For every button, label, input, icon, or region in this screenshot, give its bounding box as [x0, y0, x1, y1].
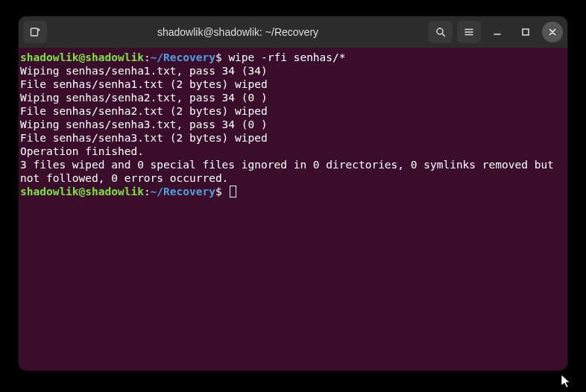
output-line: Wiping senhas/senha1.txt, pass 34 (34) — [20, 64, 566, 78]
prompt-user: shadowlik@shadowlik — [20, 186, 144, 197]
new-tab-icon — [29, 26, 41, 38]
prompt-colon: : — [144, 51, 151, 63]
prompt-path: ~/Recovery — [151, 51, 215, 63]
svg-rect-0 — [31, 28, 38, 36]
prompt-user: shadowlik@shadowlik — [20, 51, 144, 63]
prompt-colon: : — [144, 186, 151, 197]
mouse-pointer-icon — [561, 374, 573, 389]
close-icon — [548, 28, 557, 37]
menu-icon — [463, 26, 475, 38]
terminal-window: shadowlik@shadowlik: ~/Recovery — [19, 16, 567, 370]
output-line: File senhas/senha3.txt (2 bytes) wiped — [20, 131, 566, 145]
output-line: File senhas/senha2.txt (2 bytes) wiped — [20, 104, 566, 118]
prompt-line-1: shadowlik@shadowlik:~/Recovery$ wipe -rf… — [20, 51, 566, 64]
output-line: 3 files wiped and 0 special files ignore… — [20, 158, 566, 185]
window-title: shadowlik@shadowlik: ~/Recovery — [51, 26, 424, 38]
prompt-line-2: shadowlik@shadowlik:~/Recovery$ — [20, 185, 566, 198]
search-icon — [435, 26, 447, 38]
output-line: Operation finished. — [20, 145, 566, 158]
close-button[interactable] — [542, 22, 563, 42]
prompt-symbol: $ — [215, 186, 222, 197]
menu-button[interactable] — [457, 21, 481, 43]
output-line: File senhas/senha1.txt (2 bytes) wiped — [20, 78, 566, 91]
maximize-icon — [520, 27, 531, 37]
output-line: Wiping senhas/senha2.txt, pass 34 (0 ) — [20, 91, 566, 104]
terminal-body[interactable]: shadowlik@shadowlik:~/Recovery$ wipe -rf… — [19, 48, 567, 201]
minimize-button[interactable] — [485, 21, 509, 43]
minimize-icon — [492, 27, 502, 37]
output-line: Wiping senhas/senha3.txt, pass 34 (0 ) — [20, 118, 566, 131]
prompt-path: ~/Recovery — [151, 186, 215, 197]
command-text: wipe -rfi senhas/* — [222, 51, 346, 63]
maximize-button[interactable] — [514, 21, 538, 43]
svg-rect-2 — [523, 29, 529, 35]
search-button[interactable] — [429, 21, 453, 43]
titlebar: shadowlik@shadowlik: ~/Recovery — [19, 16, 567, 48]
new-tab-button[interactable] — [23, 21, 47, 43]
prompt-symbol: $ — [215, 51, 222, 63]
cursor — [230, 186, 236, 197]
